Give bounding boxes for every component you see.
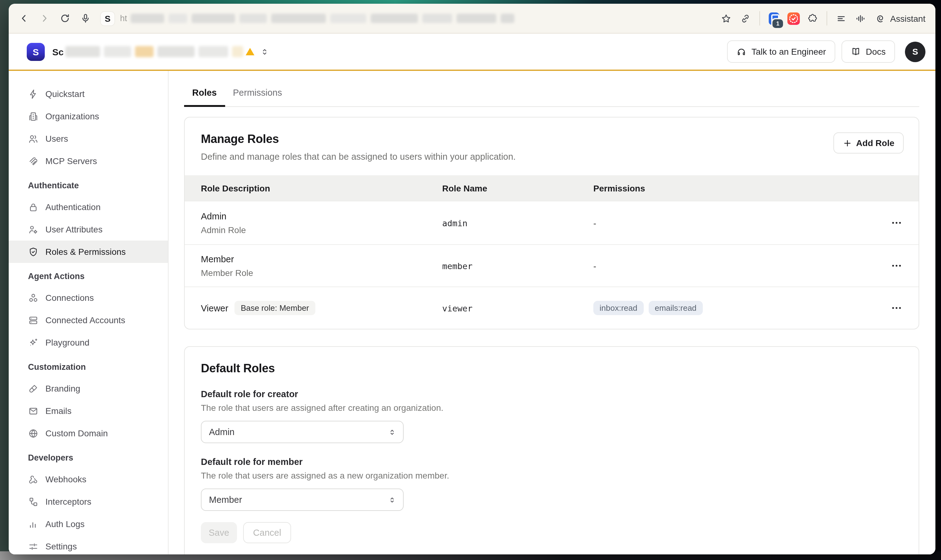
header-actions: Talk to an Engineer Docs S [727, 40, 926, 63]
sidebar-item-quickstart[interactable]: Quickstart [9, 83, 168, 105]
app-logo: S [27, 43, 45, 61]
reload-icon[interactable] [60, 13, 70, 24]
manage-roles-card: Manage Roles Define and manage roles tha… [184, 117, 919, 329]
project-switcher[interactable]: Sc [52, 46, 270, 57]
permissions-dash: - [593, 261, 865, 271]
cancel-button[interactable]: Cancel [243, 522, 291, 543]
lock-icon [28, 202, 39, 212]
toolbar-nav-group [19, 13, 91, 24]
role-title: Admin [201, 211, 442, 221]
url-text: ht [120, 14, 127, 23]
book-icon [851, 47, 861, 57]
back-icon[interactable] [19, 13, 29, 24]
add-role-button[interactable]: Add Role [833, 132, 904, 154]
extension-badge: 1 [773, 19, 783, 28]
sidebar-item-users[interactable]: Users [9, 128, 168, 150]
sidebar-item-interceptors[interactable]: Interceptors [9, 491, 168, 513]
role-title: Member [201, 254, 442, 264]
redacted-url [131, 14, 515, 23]
sidebar-item-connections[interactable]: Connections [9, 286, 168, 309]
roles-table-header: Role Description Role Name Permissions [185, 175, 919, 201]
sidebar-item-mcp-servers[interactable]: MCP Servers [9, 150, 168, 172]
toolbar-separator [759, 11, 760, 26]
cubes-icon [28, 292, 39, 303]
forward-icon[interactable] [39, 13, 50, 24]
row-actions-button[interactable] [865, 217, 902, 229]
sidebar-item-organizations[interactable]: Organizations [9, 105, 168, 128]
permission-chips: inbox:read emails:read [593, 301, 865, 315]
mcp-icon [28, 156, 39, 166]
user-gear-icon [28, 224, 39, 235]
bookmark-star-icon[interactable] [721, 13, 731, 24]
extension-red-icon[interactable] [788, 13, 799, 24]
sliders-icon [28, 541, 39, 552]
default-roles-title: Default Roles [201, 362, 902, 375]
sidebar-section-authenticate: Authenticate [9, 175, 168, 196]
sidebar-item-user-attributes[interactable]: User Attributes [9, 218, 168, 240]
browser-window: S ht 1 [9, 4, 935, 554]
user-avatar[interactable]: S [905, 42, 926, 62]
url-bar[interactable]: ht [120, 14, 721, 23]
member-role-select[interactable]: Member [201, 489, 404, 511]
manage-roles-title: Manage Roles [201, 132, 902, 146]
shield-check-icon [28, 246, 39, 257]
column-permissions: Permissions [593, 183, 865, 193]
sidebar-item-branding[interactable]: Branding [9, 377, 168, 400]
sidebar-item-custom-domain[interactable]: Custom Domain [9, 422, 168, 445]
assistant-ear-icon[interactable] [875, 13, 885, 24]
redacted-org-name [66, 46, 244, 57]
interceptors-icon [28, 496, 39, 507]
audio-equalizer-icon[interactable] [855, 13, 866, 24]
browser-toolbar: S ht 1 [9, 4, 935, 34]
creator-role-select[interactable]: Admin [201, 421, 404, 443]
assistant-label[interactable]: Assistant [890, 13, 926, 23]
tab-roles[interactable]: Roles [184, 88, 225, 107]
role-name-code: viewer [442, 303, 593, 313]
save-button[interactable]: Save [201, 522, 237, 543]
extensions-puzzle-icon[interactable] [807, 13, 818, 24]
tab-bar: Roles Permissions [184, 88, 919, 107]
base-role-badge: Base role: Member [234, 301, 315, 315]
sidebar-item-webhooks[interactable]: Webhooks [9, 468, 168, 491]
sidebar-item-roles-permissions[interactable]: Roles & Permissions [9, 240, 168, 263]
app-header: S Sc Talk to an Engineer [9, 34, 935, 71]
copy-link-icon[interactable] [740, 13, 751, 24]
role-subtitle: Admin Role [201, 225, 442, 235]
table-row-admin: Admin Admin Role admin - [185, 201, 919, 244]
member-role-label: Default role for member [201, 457, 902, 467]
sparkles-icon [28, 337, 39, 348]
talk-to-engineer-button[interactable]: Talk to an Engineer [727, 40, 835, 63]
toolbar-actions-group: 1 Assistant [721, 11, 926, 26]
sidebar-item-authentication[interactable]: Authentication [9, 196, 168, 218]
role-subtitle: Member Role [201, 268, 442, 277]
select-chevrons-icon [387, 495, 397, 505]
extension-blue-icon[interactable]: 1 [769, 13, 779, 24]
reader-lines-icon[interactable] [836, 13, 847, 24]
sidebar-section-developers: Developers [9, 447, 168, 468]
permission-chip: inbox:read [593, 301, 643, 315]
tab-permissions[interactable]: Permissions [225, 88, 290, 107]
docs-button[interactable]: Docs [841, 40, 895, 63]
headphones-icon [736, 47, 746, 57]
creator-role-description: The role that users are assigned after c… [201, 403, 902, 413]
role-name-code: member [442, 261, 593, 271]
default-roles-card: Default Roles Default role for creator T… [184, 346, 919, 554]
permissions-dash: - [593, 218, 865, 228]
chevron-updown-icon[interactable] [260, 47, 270, 56]
desktop-wallpaper: S ht 1 [0, 0, 941, 560]
column-role-description: Role Description [201, 183, 442, 193]
table-row-member: Member Member Role member - [185, 244, 919, 286]
sidebar-item-auth-logs[interactable]: Auth Logs [9, 513, 168, 535]
row-actions-button[interactable] [865, 260, 902, 272]
row-actions-button[interactable] [865, 302, 902, 314]
sidebar-item-playground[interactable]: Playground [9, 331, 168, 354]
role-title: Viewer [201, 303, 228, 313]
creator-role-label: Default role for creator [201, 389, 902, 399]
webhook-icon [28, 474, 39, 485]
sidebar-item-emails[interactable]: Emails [9, 400, 168, 422]
bolt-icon [28, 89, 39, 99]
warning-triangle-icon [246, 48, 255, 55]
sidebar-item-connected-accounts[interactable]: Connected Accounts [9, 309, 168, 331]
sidebar-item-settings[interactable]: Settings [9, 535, 168, 554]
microphone-icon[interactable] [80, 13, 91, 24]
